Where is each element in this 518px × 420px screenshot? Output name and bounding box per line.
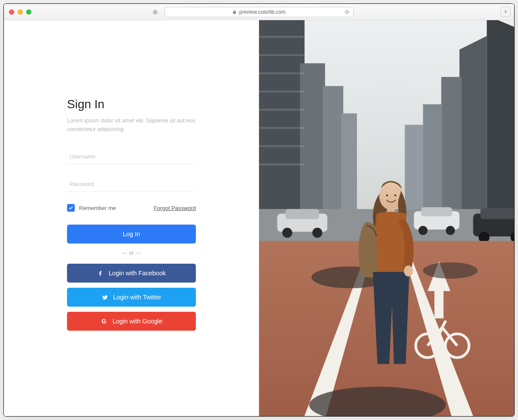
svg-point-45	[404, 265, 413, 276]
close-window-button[interactable]	[9, 9, 14, 15]
url-text: preview.colorlib.com	[239, 9, 286, 15]
svg-rect-4	[341, 113, 357, 218]
svg-rect-9	[405, 125, 423, 218]
svg-rect-1	[259, 20, 305, 213]
password-input[interactable]	[67, 177, 196, 192]
page-title: Sign In	[67, 97, 196, 111]
svg-point-22	[312, 228, 322, 237]
facebook-button-label: Login with Facebook	[109, 270, 166, 277]
google-icon: G	[101, 318, 107, 325]
login-button[interactable]: Log In	[67, 225, 196, 243]
hero-image	[259, 20, 514, 416]
svg-point-21	[282, 228, 292, 237]
browser-window: ⊕ preview.colorlib.com ⟳ + Sign In Lorem…	[3, 3, 515, 417]
svg-rect-14	[259, 109, 305, 110]
svg-point-25	[418, 226, 427, 235]
new-tab-button[interactable]: +	[500, 6, 511, 17]
svg-rect-7	[441, 77, 462, 218]
svg-rect-15	[259, 127, 305, 129]
password-field-wrap	[67, 177, 196, 192]
svg-rect-8	[423, 104, 442, 218]
login-google-button[interactable]: G Login with Google	[67, 312, 196, 331]
username-input[interactable]	[67, 149, 196, 164]
checkbox-checked-icon	[67, 204, 75, 212]
svg-rect-17	[259, 164, 305, 165]
twitter-icon	[102, 294, 108, 301]
lock-icon	[232, 10, 237, 14]
svg-rect-12	[259, 73, 305, 74]
remember-me-checkbox[interactable]: Remember me	[67, 204, 116, 212]
svg-rect-24	[421, 207, 452, 216]
svg-point-42	[386, 195, 388, 196]
minimize-window-button[interactable]	[18, 9, 23, 15]
username-field-wrap	[67, 149, 196, 164]
login-twitter-button[interactable]: Login with Twitter	[67, 288, 196, 307]
svg-marker-5	[487, 20, 514, 218]
page-content: Sign In Lorem ipsum dolor sit amet elit.…	[4, 20, 514, 416]
svg-point-26	[446, 226, 455, 235]
forgot-password-link[interactable]: Forgot Password	[154, 205, 196, 211]
reload-icon[interactable]: ⟳	[345, 9, 350, 15]
svg-rect-28	[481, 208, 514, 219]
titlebar: ⊕ preview.colorlib.com ⟳ +	[4, 4, 514, 20]
svg-point-40	[423, 262, 478, 279]
svg-marker-6	[460, 36, 487, 218]
signin-panel: Sign In Lorem ipsum dolor sit amet elit.…	[4, 20, 259, 416]
facebook-icon	[97, 270, 104, 277]
login-button-label: Log In	[123, 231, 140, 237]
svg-rect-2	[300, 63, 325, 218]
remember-me-label: Remember me	[79, 205, 116, 211]
svg-rect-35	[434, 289, 443, 318]
svg-rect-13	[259, 91, 305, 92]
share-icon[interactable]: ⊕	[152, 8, 158, 16]
login-facebook-button[interactable]: Login with Facebook	[67, 264, 196, 283]
twitter-button-label: Login with Twitter	[113, 294, 161, 301]
google-button-label: Login with Google	[113, 318, 162, 325]
page-subtitle: Lorem ipsum dolor sit amet elit. Sapient…	[67, 116, 196, 134]
svg-rect-20	[286, 209, 319, 219]
svg-rect-3	[323, 86, 344, 218]
svg-rect-10	[259, 36, 305, 38]
signin-form: Sign In Lorem ipsum dolor sit amet elit.…	[67, 97, 196, 336]
svg-point-43	[394, 195, 396, 196]
svg-rect-16	[259, 145, 305, 147]
hero-image-panel	[259, 20, 514, 416]
address-bar[interactable]: preview.colorlib.com ⟳	[165, 7, 353, 17]
maximize-window-button[interactable]	[26, 9, 31, 15]
separator-text: — or —	[67, 250, 196, 256]
svg-rect-11	[259, 54, 305, 56]
